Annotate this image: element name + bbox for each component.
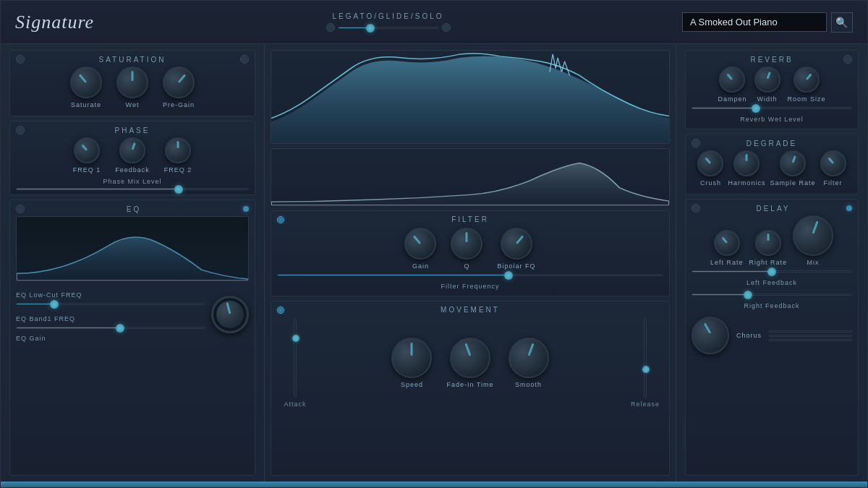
- width-knob[interactable]: [754, 67, 780, 93]
- feedback-knob[interactable]: [119, 137, 145, 163]
- eq-band1-fill: [17, 328, 120, 328]
- filter-header: FILTER: [277, 215, 663, 223]
- smooth-knob[interactable]: [509, 338, 549, 378]
- wet-label: Wet: [126, 101, 140, 108]
- eq-dot: [16, 205, 25, 213]
- freq2-knob-item: FREQ 2: [164, 137, 192, 174]
- right-feedback-track[interactable]: [692, 294, 852, 296]
- freq1-knob[interactable]: [74, 137, 100, 163]
- phase-title: PHASE: [25, 127, 240, 134]
- delay-sliders: Left Feedback Right Feedback: [692, 270, 852, 311]
- reverb-wet-track[interactable]: [692, 107, 852, 109]
- attack-slider-track[interactable]: [294, 318, 297, 398]
- preset-input[interactable]: [682, 12, 827, 32]
- eq-lowcut-section: EQ Low-Cut FREQ: [16, 287, 205, 305]
- app-logo: Signature: [15, 12, 94, 33]
- eq-band1-track[interactable]: [16, 327, 205, 329]
- chorus-section: Chorus: [692, 317, 852, 354]
- right-feedback-label: Right Feedback: [744, 302, 799, 309]
- eq-band1-thumb[interactable]: [116, 324, 124, 333]
- phase-header: PHASE: [16, 126, 249, 134]
- delay-mix-knob-item: Mix: [793, 215, 833, 266]
- eq-gain-knob-item: [211, 296, 249, 333]
- left-feedback-thumb[interactable]: [767, 267, 776, 276]
- main-container: Signature LEGATO/GLIDE/SOLO 🔍: [0, 0, 868, 488]
- legato-slider-track[interactable]: [338, 27, 439, 29]
- filter-q-knob[interactable]: [451, 228, 482, 260]
- leftrate-label: Left Rate: [710, 259, 744, 266]
- eq-lowcut-track[interactable]: [16, 303, 205, 305]
- filter-freq-track[interactable]: [277, 274, 663, 276]
- saturation-dot-right: [240, 55, 249, 64]
- search-button[interactable]: 🔍: [831, 12, 853, 33]
- samplerate-knob[interactable]: [780, 150, 806, 176]
- harmonics-knob[interactable]: [733, 150, 760, 176]
- left-feedback-section: Left Feedback: [692, 270, 852, 288]
- movement-section: MOVEMENT Attack Speed: [271, 301, 670, 476]
- eq-lowcut-thumb[interactable]: [50, 300, 59, 309]
- dampen-knob[interactable]: [719, 67, 745, 93]
- chorus-line-1: [769, 330, 852, 333]
- filter-bipolar-label: Bipolar FQ: [497, 262, 535, 270]
- eq-blue-dot[interactable]: [243, 206, 249, 212]
- filter-display: [271, 148, 670, 206]
- fadein-label: Fade-In Time: [446, 381, 493, 388]
- left-feedback-track[interactable]: [692, 270, 852, 273]
- smooth-label: Smooth: [515, 381, 542, 388]
- release-slider-thumb[interactable]: [642, 366, 650, 373]
- freq1-knob-item: FREQ 1: [73, 137, 101, 174]
- pregain-label: Pre-Gain: [163, 101, 195, 108]
- leftrate-knob[interactable]: [714, 230, 740, 256]
- middle-panel: FILTER Gain Q Bipolar FQ: [265, 44, 676, 481]
- delay-mix-knob[interactable]: [793, 215, 833, 256]
- eq-sliders: EQ Low-Cut FREQ EQ Band1 FREQ: [16, 287, 205, 342]
- freq2-knob[interactable]: [165, 137, 191, 163]
- legato-slider-row: [326, 23, 451, 32]
- phase-mix-track[interactable]: [16, 188, 249, 190]
- filter-enable-dot[interactable]: [277, 216, 284, 223]
- rightrate-knob[interactable]: [755, 230, 781, 256]
- samplerate-knob-item: Sample Rate: [770, 150, 815, 187]
- legato-slider-thumb[interactable]: [366, 24, 375, 33]
- filter-gain-knob[interactable]: [404, 228, 436, 260]
- right-feedback-section: Right Feedback: [692, 294, 852, 311]
- attack-slider-thumb[interactable]: [292, 335, 299, 342]
- right-feedback-thumb[interactable]: [744, 291, 752, 299]
- movement-main: Attack Speed Fade-In Time: [277, 318, 663, 408]
- release-slider-track[interactable]: [644, 318, 647, 398]
- left-feedback-fill: [692, 271, 772, 272]
- filter-q-label: Q: [464, 262, 469, 270]
- reverb-knobs: Dampen Width Room Size: [692, 67, 852, 103]
- delay-knobs: Left Rate Right Rate Mix: [692, 215, 852, 266]
- saturate-knob[interactable]: [70, 67, 102, 98]
- filter-freq-thumb[interactable]: [504, 271, 513, 280]
- samplerate-label: Sample Rate: [770, 179, 815, 187]
- movement-enable-dot[interactable]: [277, 307, 284, 314]
- saturation-knobs: Saturate Wet Pre-Gain: [16, 67, 249, 108]
- filter-bipolar-knob[interactable]: [501, 228, 532, 260]
- feedback-label: Feedback: [115, 166, 150, 174]
- preset-section: 🔍: [682, 12, 853, 33]
- eq-band1-label: EQ Band1 FREQ: [16, 315, 75, 322]
- roomsize-knob-item: Room Size: [788, 67, 826, 103]
- speed-knob[interactable]: [391, 338, 432, 378]
- fadein-knob[interactable]: [450, 338, 490, 378]
- wet-knob[interactable]: [116, 67, 148, 98]
- pregain-knob[interactable]: [163, 67, 195, 98]
- phase-mix-thumb[interactable]: [174, 185, 183, 194]
- delay-blue-dot[interactable]: [846, 205, 852, 211]
- degrade-section: DEGRADE Crush Harmonics Sample Rate: [685, 134, 859, 194]
- saturation-title: SATURATION: [25, 56, 240, 64]
- crush-knob[interactable]: [697, 150, 723, 176]
- legato-slider-fill: [339, 27, 368, 28]
- roomsize-knob[interactable]: [793, 67, 820, 93]
- reverb-wet-thumb[interactable]: [752, 104, 760, 113]
- eq-gain-knob[interactable]: [211, 296, 249, 333]
- movement-header: MOVEMENT: [277, 306, 663, 314]
- chorus-knob[interactable]: [692, 317, 729, 354]
- saturation-dot-left: [16, 55, 25, 64]
- degrade-filter-knob[interactable]: [820, 150, 846, 176]
- reverb-wet-fill: [692, 108, 756, 108]
- movement-knobs: Speed Fade-In Time Smooth: [313, 338, 627, 388]
- eq-title: EQ: [25, 205, 243, 213]
